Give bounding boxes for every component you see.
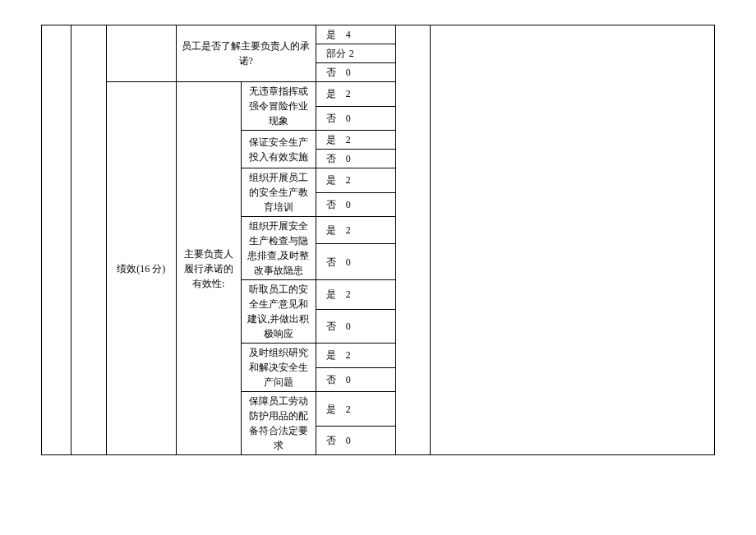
score-value: 0 — [346, 433, 351, 448]
score-label: 部分 — [326, 48, 346, 59]
score-option: 否0 — [316, 244, 395, 280]
score-label: 否 — [326, 256, 336, 268]
score-label: 是 — [326, 288, 336, 300]
score-option: 否0 — [316, 192, 395, 217]
criteria-cell: 保证安全生产投入有效实施 — [241, 131, 316, 168]
score-label: 否 — [326, 153, 336, 164]
score-value: 0 — [346, 255, 351, 270]
score-option: 是2 — [316, 392, 395, 427]
score-value: 0 — [346, 151, 351, 166]
criteria-cell: 听取员工的安全生产意见和建议,并做出积极响应 — [241, 280, 316, 344]
score-option: 是2 — [316, 344, 395, 368]
score-value: 0 — [346, 319, 351, 334]
score-option: 否0 — [316, 106, 395, 131]
score-value: 2 — [349, 46, 354, 61]
score-value: 2 — [346, 86, 351, 101]
top-question: 员工是否了解主要负责人的承诺? — [176, 25, 316, 82]
assessment-table: 员工是否了解主要负责人的承诺? 是4 部分2 否0 绩效(16 分) 主要负责人… — [41, 25, 715, 455]
score-option: 否0 — [316, 150, 395, 168]
score-label: 否 — [326, 67, 336, 78]
score-value: 2 — [346, 173, 351, 187]
criteria-cell: 组织开展员工的安全生产教育培训 — [241, 168, 316, 217]
score-label: 否 — [326, 374, 336, 385]
score-value: 0 — [346, 197, 351, 212]
blank-col-1 — [42, 25, 71, 455]
score-label: 是 — [326, 404, 336, 415]
score-label: 否 — [326, 113, 336, 124]
score-option: 否0 — [316, 427, 395, 455]
score-option: 否0 — [316, 367, 395, 392]
score-label: 是 — [326, 224, 336, 236]
category-cell: 绩效(16 分) — [106, 82, 176, 455]
blank-col-7 — [395, 25, 430, 455]
score-option: 是2 — [316, 168, 395, 193]
blank-col-2 — [71, 25, 106, 455]
score-value: 4 — [346, 27, 351, 42]
score-label: 是 — [326, 349, 336, 361]
score-value: 2 — [346, 348, 351, 362]
score-label: 是 — [326, 174, 336, 186]
score-option: 是4 — [316, 25, 395, 44]
score-value: 2 — [346, 402, 351, 417]
blank-col-3-top — [106, 25, 176, 82]
score-label: 是 — [326, 29, 336, 40]
blank-col-8 — [431, 25, 715, 455]
score-option: 是2 — [316, 131, 395, 150]
score-value: 0 — [346, 372, 351, 387]
score-option: 部分2 — [316, 44, 395, 63]
criteria-cell: 组织开展安全生产检查与隐患排查,及时整改事故隐患 — [241, 217, 316, 280]
criteria-cell: 保障员工劳动防护用品的配备符合法定要求 — [241, 392, 316, 455]
score-label: 是 — [326, 88, 336, 99]
score-value: 2 — [346, 287, 351, 302]
criteria-cell: 及时组织研究和解决安全生产问题 — [241, 344, 316, 392]
score-value: 0 — [346, 111, 351, 126]
criteria-cell: 无违章指挥或强令冒险作业现象 — [241, 82, 316, 131]
score-label: 否 — [326, 435, 336, 446]
score-label: 否 — [326, 199, 336, 210]
score-option: 是2 — [316, 280, 395, 310]
score-option: 否0 — [316, 63, 395, 82]
score-value: 0 — [346, 65, 351, 80]
score-option: 是2 — [316, 82, 395, 107]
score-label: 否 — [326, 321, 336, 332]
score-value: 2 — [346, 223, 351, 238]
score-value: 2 — [346, 132, 351, 147]
score-option: 否0 — [316, 309, 395, 343]
score-option: 是2 — [316, 217, 395, 244]
sub-category-cell: 主要负责人履行承诺的有效性: — [176, 82, 241, 455]
score-label: 是 — [326, 134, 336, 145]
